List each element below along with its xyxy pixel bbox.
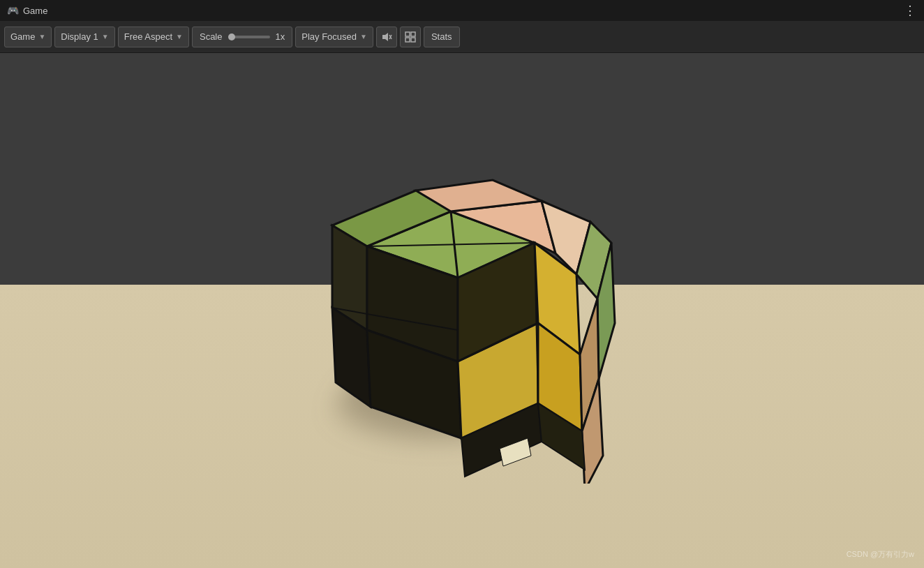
game-dropdown-arrow: ▼ bbox=[38, 33, 45, 40]
svg-rect-5 bbox=[405, 38, 410, 42]
stats-button[interactable]: Stats bbox=[424, 27, 460, 47]
toolbar: Game ▼ Display 1 ▼ Free Aspect ▼ Scale 1… bbox=[0, 21, 924, 53]
aspect-dropdown[interactable]: Free Aspect ▼ bbox=[118, 27, 189, 47]
display-dropdown[interactable]: Display 1 ▼ bbox=[54, 27, 114, 47]
scale-label: Scale bbox=[200, 31, 223, 42]
scale-thumb bbox=[228, 33, 235, 40]
game-label: Game bbox=[10, 31, 35, 42]
cube-container bbox=[262, 135, 625, 486]
grid-icon bbox=[405, 31, 416, 43]
scale-slider[interactable] bbox=[228, 36, 270, 38]
title-bar: 🎮 Game ⋮ bbox=[0, 0, 924, 21]
title-bar-label: Game bbox=[23, 6, 47, 16]
svg-rect-3 bbox=[405, 32, 410, 36]
game-viewport[interactable]: CSDN @万有引力w bbox=[0, 53, 924, 568]
aspect-label: Free Aspect bbox=[124, 31, 172, 42]
svg-rect-6 bbox=[411, 38, 415, 42]
play-focused-label: Play Focused bbox=[301, 31, 357, 42]
rubik-cube-svg bbox=[262, 135, 625, 484]
display-dropdown-arrow: ▼ bbox=[102, 33, 109, 40]
menu-dots-button[interactable]: ⋮ bbox=[904, 3, 917, 18]
svg-marker-0 bbox=[382, 33, 388, 41]
watermark: CSDN @万有引力w bbox=[847, 549, 914, 560]
display-label: Display 1 bbox=[61, 31, 98, 42]
grid-button[interactable] bbox=[400, 27, 421, 47]
scale-value: 1x bbox=[276, 31, 285, 42]
play-focused-dropdown-arrow: ▼ bbox=[360, 33, 367, 40]
game-dropdown[interactable]: Game ▼ bbox=[4, 27, 52, 47]
game-icon: 🎮 bbox=[7, 5, 19, 16]
svg-rect-4 bbox=[411, 32, 415, 36]
scale-control: Scale 1x bbox=[192, 27, 292, 47]
mute-icon bbox=[381, 31, 392, 43]
aspect-dropdown-arrow: ▼ bbox=[176, 33, 183, 40]
play-focused-dropdown[interactable]: Play Focused ▼ bbox=[295, 27, 373, 47]
stats-label: Stats bbox=[431, 31, 452, 42]
mute-button[interactable] bbox=[376, 27, 397, 47]
